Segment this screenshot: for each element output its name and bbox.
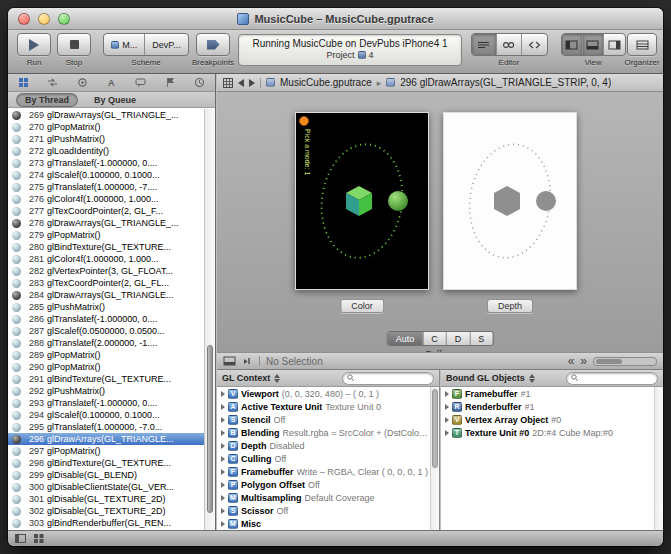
tab-by-queue[interactable]: By Queue bbox=[86, 94, 144, 106]
inspector-row[interactable]: FFramebufferWrite – RGBA, Clear ( 0, 0, … bbox=[217, 465, 439, 478]
inspector-row[interactable]: MMisc bbox=[217, 517, 439, 530]
gl-context-search-input[interactable] bbox=[342, 372, 434, 385]
segment-color[interactable]: C bbox=[423, 332, 447, 345]
disclosure-triangle-icon[interactable] bbox=[221, 430, 225, 436]
call-row[interactable]: 298glBindTexture(GL_TEXTURE... bbox=[8, 457, 215, 469]
call-row[interactable]: 295glTranslatef(1.000000, -7.0... bbox=[8, 421, 215, 433]
call-row[interactable]: 274glScalef(0.100000, 0.1000... bbox=[8, 169, 215, 181]
inspector-row[interactable]: DDepthDisabled bbox=[217, 439, 439, 452]
disclosure-triangle-icon[interactable] bbox=[445, 417, 449, 423]
navigator-icon-2[interactable] bbox=[47, 77, 58, 88]
disclosure-triangle-icon[interactable] bbox=[221, 391, 225, 397]
organizer-button[interactable] bbox=[627, 33, 657, 56]
disclosure-triangle-icon[interactable] bbox=[221, 417, 225, 423]
call-row[interactable]: 285glPushMatrix() bbox=[8, 301, 215, 313]
inspector-row[interactable]: MMultisamplingDefault Coverage bbox=[217, 491, 439, 504]
depth-buffer-preview[interactable] bbox=[443, 112, 577, 290]
collapse-right-pane-icon[interactable]: » bbox=[580, 355, 587, 367]
zoom-button[interactable] bbox=[58, 13, 70, 25]
call-row[interactable]: 303glBindRenderbuffer(GL_REN... bbox=[8, 517, 215, 529]
scheme-target-segment[interactable]: M... bbox=[104, 34, 145, 55]
disclosure-triangle-icon[interactable] bbox=[445, 404, 449, 410]
call-row[interactable]: 296glDrawArrays(GL_TRIANGLE... bbox=[8, 433, 215, 445]
close-button[interactable] bbox=[18, 13, 30, 25]
grid-view-icon[interactable] bbox=[34, 534, 44, 543]
call-row[interactable]: 275glTranslatef(1.000000, -7.... bbox=[8, 181, 215, 193]
inspector-row[interactable]: RRenderbuffer#1 bbox=[441, 400, 663, 413]
toggle-navigator-small-icon[interactable] bbox=[15, 534, 26, 543]
call-row[interactable]: 284glDrawArrays(GL_TRIANGLE... bbox=[8, 289, 215, 301]
inspector-row[interactable]: AActive Texture UnitTexture Unit 0 bbox=[217, 400, 439, 413]
call-row[interactable]: 290glPopMatrix() bbox=[8, 361, 215, 373]
assistant-editor-button[interactable] bbox=[497, 34, 522, 55]
segment-auto[interactable]: Auto bbox=[388, 332, 424, 345]
disclosure-triangle-icon[interactable] bbox=[221, 495, 225, 501]
call-row[interactable]: 279glPopMatrix() bbox=[8, 229, 215, 241]
version-editor-button[interactable] bbox=[522, 34, 547, 55]
bound-objects-search-input[interactable] bbox=[566, 372, 658, 385]
call-row[interactable]: 297glPopMatrix() bbox=[8, 445, 215, 457]
color-buffer-preview[interactable]: Pick a mode: 1 bbox=[295, 112, 429, 290]
toggle-debug-area-button[interactable] bbox=[583, 34, 604, 55]
call-row[interactable]: 301glDisable(GL_TEXTURE_2D) bbox=[8, 493, 215, 505]
segment-stencil[interactable]: S bbox=[470, 332, 492, 345]
call-row[interactable]: 293glTranslatef(-1.000000, 0.... bbox=[8, 397, 215, 409]
call-row[interactable]: 286glTranslatef(-1.000000, 0.... bbox=[8, 313, 215, 325]
call-row[interactable]: 273glTranslatef(-1.000000, 0.... bbox=[8, 157, 215, 169]
inspector-row[interactable]: TTexture Unit #02D:#4 Cube Map:#0 bbox=[441, 426, 663, 439]
hide-debug-area-icon[interactable] bbox=[223, 356, 236, 366]
call-row[interactable]: 300glDisableClientState(GL_VER... bbox=[8, 481, 215, 493]
navigator-icon-1[interactable] bbox=[18, 77, 29, 88]
gl-context-title[interactable]: GL Context bbox=[222, 373, 270, 383]
popup-arrows-icon[interactable] bbox=[529, 374, 535, 383]
navigator-icon-4[interactable]: A bbox=[106, 77, 117, 88]
navigator-icon-3[interactable] bbox=[77, 77, 88, 88]
disclosure-triangle-icon[interactable] bbox=[221, 469, 225, 475]
back-button[interactable] bbox=[238, 79, 244, 87]
standard-editor-button[interactable] bbox=[472, 34, 497, 55]
call-row[interactable]: 278glDrawArrays(GL_TRIANGLE_... bbox=[8, 217, 215, 229]
tab-by-thread[interactable]: By Thread bbox=[16, 93, 78, 107]
bound-objects-scrollbar[interactable] bbox=[654, 387, 663, 530]
navigator-icon-7[interactable] bbox=[194, 77, 205, 88]
disclosure-triangle-icon[interactable] bbox=[221, 482, 225, 488]
bound-objects-title[interactable]: Bound GL Objects bbox=[446, 373, 525, 383]
call-row[interactable]: 292glPushMatrix() bbox=[8, 385, 215, 397]
scrollbar-thumb[interactable] bbox=[432, 389, 438, 468]
breadcrumb-file[interactable]: MusicCube.gputrace bbox=[280, 77, 372, 88]
forward-button[interactable] bbox=[249, 79, 255, 87]
stop-button[interactable] bbox=[57, 33, 91, 56]
call-row[interactable]: 283glTexCoordPointer(2, GL_FL... bbox=[8, 277, 215, 289]
call-row[interactable]: 282glVertexPointer(3, GL_FLOAT... bbox=[8, 265, 215, 277]
inspector-row[interactable]: PPolygon OffsetOff bbox=[217, 478, 439, 491]
inspector-row[interactable]: SScissorOff bbox=[217, 504, 439, 517]
inspector-row[interactable]: SStencilOff bbox=[217, 413, 439, 426]
call-row[interactable]: 281glColor4f(1.000000, 1.000... bbox=[8, 253, 215, 265]
navigator-scrollbar[interactable] bbox=[204, 109, 215, 530]
title-bar[interactable]: MusicCube – MusicCube.gputrace bbox=[8, 8, 663, 30]
call-row[interactable]: 294glScalef(0.100000, 0.1000... bbox=[8, 409, 215, 421]
navigator-icon-5[interactable] bbox=[135, 77, 146, 88]
call-row[interactable]: 288glTranslatef(2.000000, -1.... bbox=[8, 337, 215, 349]
disclosure-triangle-icon[interactable] bbox=[221, 456, 225, 462]
call-row[interactable]: 291glBindTexture(GL_TEXTURE... bbox=[8, 373, 215, 385]
toggle-navigator-button[interactable] bbox=[562, 34, 583, 55]
run-button[interactable] bbox=[17, 33, 51, 56]
disclosure-triangle-icon[interactable] bbox=[221, 521, 225, 527]
scheme-destination-segment[interactable]: DevP... bbox=[145, 34, 187, 55]
minimize-button[interactable] bbox=[38, 13, 50, 25]
toggle-utilities-button[interactable] bbox=[604, 34, 625, 55]
call-row[interactable]: 280glBindTexture(GL_TEXTURE... bbox=[8, 241, 215, 253]
popup-arrows-icon[interactable] bbox=[274, 374, 280, 383]
breakpoints-button[interactable] bbox=[196, 33, 230, 56]
disclosure-triangle-icon[interactable] bbox=[445, 430, 449, 436]
call-row[interactable]: 287glScalef(0.0500000, 0.0500... bbox=[8, 325, 215, 337]
inspector-row[interactable]: VViewport(0, 0, 320, 480) – ( 0, 1 ) bbox=[217, 387, 439, 400]
call-row[interactable]: 302glDisable(GL_TEXTURE_2D) bbox=[8, 505, 215, 517]
related-items-icon[interactable] bbox=[223, 78, 233, 88]
call-row[interactable]: 277glTexCoordPointer(2, GL_F... bbox=[8, 205, 215, 217]
call-row[interactable]: 276glColor4f(1.000000, 1.000... bbox=[8, 193, 215, 205]
call-row[interactable]: 271glPushMatrix() bbox=[8, 133, 215, 145]
inspector-row[interactable]: BBlendingResult.rgba = SrcColor + (DstCo… bbox=[217, 426, 439, 439]
debugbar-scrollbar[interactable] bbox=[593, 357, 657, 366]
